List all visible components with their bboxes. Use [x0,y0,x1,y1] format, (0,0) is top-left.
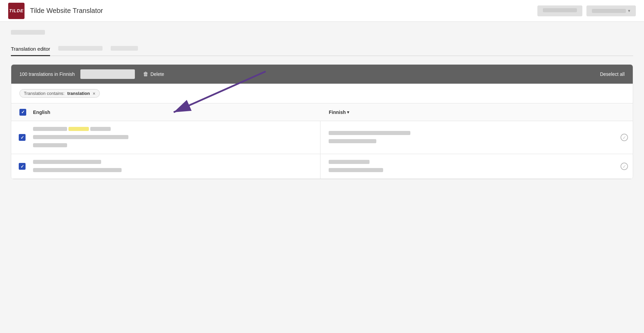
tab-2[interactable] [58,43,103,56]
text-bar [33,168,122,172]
chevron-down-icon: ▾ [628,8,630,13]
logo: TILDE [8,3,25,19]
text-bar [33,160,101,164]
main-card: 100 translations in Finnish 🗑 Delete Des… [11,64,633,179]
row-2-checkbox[interactable] [19,163,26,170]
status-check-icon: ✓ [621,134,628,141]
col-header-english: English [33,110,329,115]
row-1-checkbox[interactable] [19,134,26,141]
text-bar [90,127,111,131]
filter-close-icon[interactable]: × [93,91,95,96]
highlighted-text-bar [68,127,89,131]
tab-3[interactable] [111,43,138,56]
header-button-2[interactable]: ▾ [586,5,636,16]
text-bar [329,168,383,172]
delete-label: Delete [151,71,164,77]
table-toolbar: 100 translations in Finnish 🗑 Delete Des… [11,65,633,84]
status-check-icon: ✓ [621,163,628,170]
row-2-checkbox-col [11,154,33,179]
filter-chip: Translation contains: translation × [19,89,100,98]
table-row: ✓ [11,121,633,154]
tab-translation-editor[interactable]: Translation editor [11,43,50,56]
page-content: Translation editor 100 translations in F… [0,22,644,187]
text-bar [33,143,67,147]
row-2-finnish[interactable] [320,154,616,179]
deselect-all-button[interactable]: Deselect all [600,71,625,77]
table-row: ✓ [11,154,633,179]
row-1-checkbox-col [11,121,33,154]
text-bar [329,139,376,143]
filter-row: Translation contains: translation × [11,84,633,103]
table-header: English Finnish ▾ [11,103,633,121]
text-bar [33,127,67,131]
translation-count: 100 translations in Finnish [19,71,75,77]
header-button-1[interactable] [537,5,582,16]
text-bar [329,131,410,135]
row-1-status: ✓ [616,121,633,154]
col-header-finnish: Finnish ▾ [329,110,625,115]
row-2-english[interactable] [33,154,320,179]
select-all-checkbox[interactable] [19,109,26,116]
trash-icon: 🗑 [143,71,148,77]
logo-text: TILDE [9,8,24,13]
delete-button[interactable]: 🗑 Delete [140,70,167,79]
row-1-english[interactable] [33,121,320,154]
row-2-status: ✓ [616,154,633,179]
chevron-down-icon[interactable]: ▾ [347,110,349,115]
select-all-checkbox-col [19,109,33,116]
tabs-bar: Translation editor [11,43,633,56]
header-actions: ▾ [537,5,636,16]
row-1-finnish[interactable] [320,121,616,154]
text-bar [33,135,128,139]
search-input[interactable] [80,69,135,79]
breadcrumb [11,30,633,36]
app-title: Tilde Website Translator [30,7,537,15]
text-bar [329,160,370,164]
app-header: TILDE Tilde Website Translator ▾ [0,0,644,22]
filter-prefix: Translation contains: [24,91,64,96]
filter-value: translation [67,91,90,96]
